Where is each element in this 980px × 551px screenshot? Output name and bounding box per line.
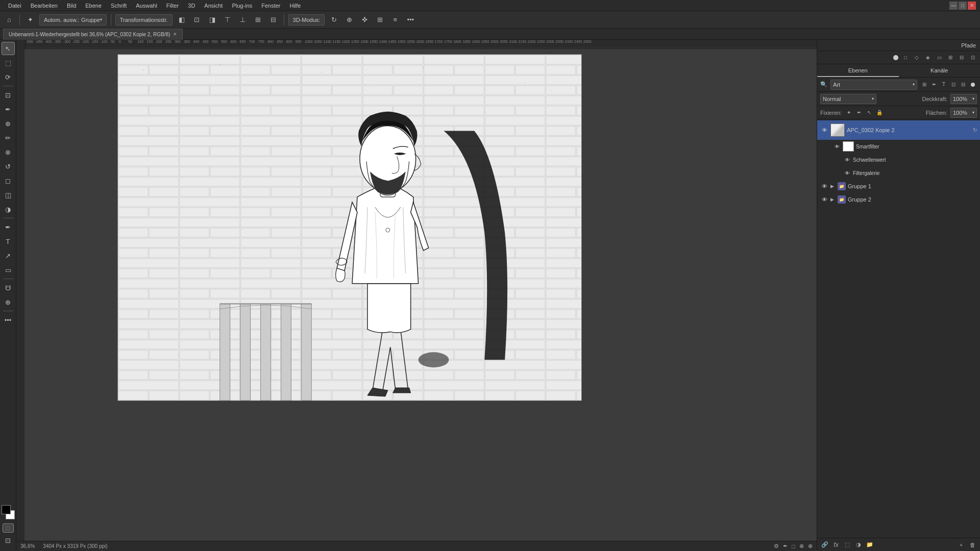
panel-icon-diamond2[interactable]: ◈ [924,54,932,62]
tab-ebenen[interactable]: Ebenen [817,64,899,77]
clone-stamp-button[interactable]: ⊗ [2,145,15,159]
flachen-input[interactable]: 100% ▾ [950,108,977,118]
hand-tool-button[interactable]: ☋ [2,281,15,294]
3d-mode-button[interactable]: 3D-Modus: [288,14,325,26]
foreground-color-box[interactable] [2,505,11,514]
status-icon-3[interactable]: □ [792,543,795,549]
panel-bottom-folder-icon[interactable]: 📁 [865,540,874,549]
panel-icon-expand[interactable]: ⊟ [958,54,966,62]
menu-plugins[interactable]: Plug-ins [228,2,256,10]
align-right-icon[interactable]: ◨ [206,14,218,26]
menu-fenster[interactable]: Fenster [257,2,284,10]
layer-gruppe2[interactable]: 👁 ▶ 📁 Gruppe 2 [817,193,980,206]
3d-orbit-icon[interactable]: ⊕ [343,14,355,26]
filter-icon-5[interactable]: ⊟ [959,81,967,89]
menu-hilfe[interactable]: Hilfe [285,2,305,10]
lock-all-icon[interactable]: 🔒 [875,109,884,117]
pen-tool-button[interactable]: ✒ [2,220,15,234]
panel-icon-rect[interactable]: □ [901,54,910,62]
sub-eye-filtergalerie[interactable]: 👁 [844,169,851,177]
blend-mode-dropdown[interactable]: Normal ▾ [820,94,876,104]
menu-ebene[interactable]: Ebene [81,2,106,10]
panel-icon-diamond[interactable]: ◇ [913,54,921,62]
layer-gruppe1[interactable]: 👁 ▶ 📁 Gruppe 1 [817,180,980,193]
status-icon-5[interactable]: ⊗ [808,543,813,549]
status-icon-2[interactable]: ✒ [783,543,788,549]
align-bottom-icon[interactable]: ⊞ [252,14,264,26]
menu-ansicht[interactable]: Ansicht [200,2,227,10]
status-icon-4[interactable]: ⊕ [799,543,804,549]
panel-bottom-delete-icon[interactable]: 🗑 [968,540,977,549]
3d-extra-icon[interactable]: ≡ [389,14,401,26]
move-tool-icon[interactable]: ✦ [24,14,36,26]
tab-kanale[interactable]: Kanäle [899,64,981,77]
eyedropper-tool-button[interactable]: ✒ [2,103,15,116]
lasso-tool-button[interactable]: ⟳ [2,70,15,84]
panel-icon-rect2[interactable]: ▭ [935,54,943,62]
distribute-icon[interactable]: ⊟ [267,14,280,26]
home-icon[interactable]: ⌂ [3,14,15,26]
layer-item-apc[interactable]: 👁 APC_0302 Kopie 2 ↻ [817,120,980,140]
panel-bottom-adjust-icon[interactable]: ◑ [854,540,863,549]
menu-3d[interactable]: 3D [184,2,199,10]
gruppe1-arrow-icon[interactable]: ▶ [830,184,836,189]
menu-filter[interactable]: Filter [162,2,183,10]
shape-tool-button[interactable]: ▭ [2,263,15,277]
gruppe2-arrow-icon[interactable]: ▶ [830,197,836,202]
opacity-input[interactable]: 100% ▾ [950,94,977,104]
mask-mode-button[interactable]: ⬚ [3,523,14,533]
text-tool-button[interactable]: T [2,235,15,248]
lock-position-icon[interactable]: ✦ [845,109,853,117]
eraser-tool-button[interactable]: ◻ [2,174,15,187]
menu-bearbeiten[interactable]: Bearbeiten [27,2,62,10]
path-selection-button[interactable]: ↗ [2,249,15,262]
3d-pan-icon[interactable]: ✜ [358,14,371,26]
filter-icon-3[interactable]: T [940,81,948,89]
more-options-icon[interactable]: ••• [404,14,416,26]
panel-icon-circle[interactable] [893,55,898,60]
crop-tool-button[interactable]: ⊡ [2,88,15,102]
selection-tool-button[interactable]: ⬚ [2,56,15,69]
sub-eye-smartfilter[interactable]: 👁 [834,143,841,150]
3d-zoom-icon[interactable]: ⊞ [374,14,386,26]
sub-layer-filtergalerie[interactable]: 👁 Filtergalerie [817,166,980,180]
document-tab[interactable]: Unbenannt-1-Wiederhergestellt bei 36,6% … [3,29,183,40]
menu-datei[interactable]: Datei [4,2,26,10]
panel-icon-copy[interactable]: ⊡ [969,54,977,62]
panel-bottom-mask-icon[interactable]: ⬚ [843,540,852,549]
sub-layer-smartfilter[interactable]: 👁 Smartfilter [817,140,980,153]
status-icon-1[interactable]: ⚙ [774,543,779,549]
screen-mode-button[interactable]: ⊡ [2,534,15,547]
zoom-tool-button[interactable]: ⊕ [2,295,15,309]
panel-bottom-add-icon[interactable]: + [957,540,966,549]
minimize-button[interactable]: — [949,2,958,10]
transform-button[interactable]: Transformationsstr. [115,14,173,26]
align-left-icon[interactable]: ◧ [176,14,188,26]
dodge-tool-button[interactable]: ◑ [2,203,15,216]
filter-icon-1[interactable]: ⊞ [920,81,928,89]
color-selector[interactable] [2,505,15,519]
brush-tool-button[interactable]: ✏ [2,131,15,144]
3d-rotate-icon[interactable]: ↻ [328,14,340,26]
layer-eye-apc[interactable]: 👁 [820,126,828,134]
align-center-icon[interactable]: ⊡ [191,14,203,26]
layer-eye-gruppe1[interactable]: 👁 [820,182,828,190]
sub-layer-schwellenwert[interactable]: 👁 Schwellenwert [817,153,980,166]
canvas-content[interactable] [26,49,817,551]
panel-bottom-fx-icon[interactable]: fx [831,540,841,549]
filter-icon-4[interactable]: ⊡ [949,81,958,89]
close-button[interactable]: ✕ [968,2,976,10]
menu-schrift[interactable]: Schrift [107,2,131,10]
menu-auswahl[interactable]: Auswahl [132,2,161,10]
gradient-tool-button[interactable]: ◫ [2,188,15,202]
move-tool-button[interactable]: ↖ [2,42,15,55]
filter-dropdown[interactable]: Art ▾ [830,80,917,90]
heal-tool-button[interactable]: ⊕ [2,117,15,130]
doc-tab-close-icon[interactable]: ✕ [173,32,177,37]
menu-bild[interactable]: Bild [63,2,80,10]
lock-move-icon[interactable]: ↖ [865,109,873,117]
filter-icon-2[interactable]: ✒ [930,81,938,89]
panel-bottom-link-icon[interactable]: 🔗 [820,540,829,549]
panel-icon-grid[interactable]: ⊞ [946,54,954,62]
sub-eye-schwellenwert[interactable]: 👁 [844,156,851,163]
